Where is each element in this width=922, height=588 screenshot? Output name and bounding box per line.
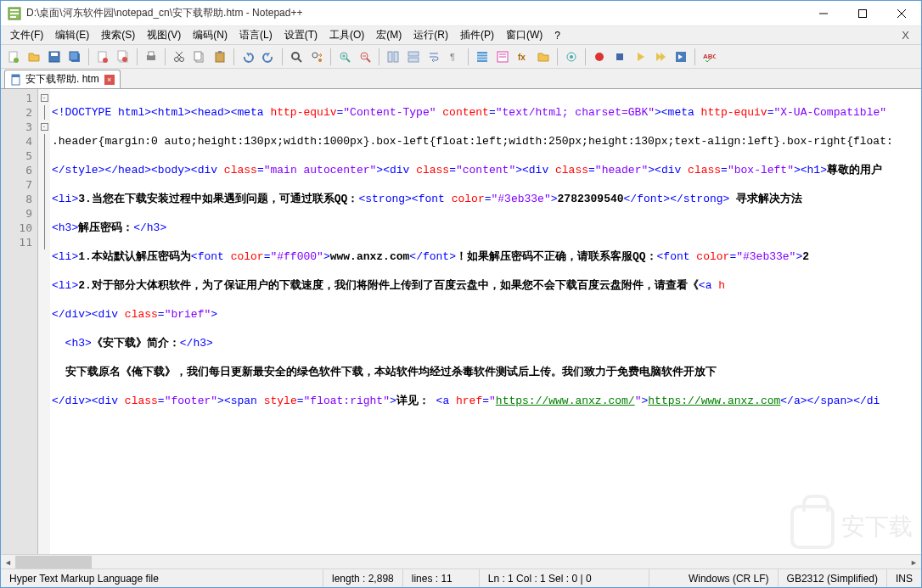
folder-button[interactable] bbox=[534, 48, 553, 66]
menu-edit[interactable]: 编辑(E) bbox=[49, 26, 95, 44]
status-encoding[interactable]: GB2312 (Simplified) bbox=[779, 569, 887, 587]
scroll-track[interactable] bbox=[15, 555, 907, 568]
toolbar: ¶ fx ABC bbox=[1, 45, 921, 69]
show-all-chars-button[interactable]: ¶ bbox=[445, 48, 464, 66]
func-list-button[interactable]: fx bbox=[514, 48, 532, 66]
status-eol[interactable]: Windows (CR LF) bbox=[680, 569, 779, 587]
svg-point-54 bbox=[570, 55, 573, 59]
wrap-button[interactable] bbox=[424, 48, 443, 66]
horizontal-scrollbar[interactable]: ◄ ► bbox=[1, 554, 921, 568]
fold-column[interactable]: - - bbox=[38, 89, 50, 554]
menu-view[interactable]: 视图(V) bbox=[141, 26, 187, 44]
stop-macro-button[interactable] bbox=[610, 48, 629, 66]
save-all-button[interactable] bbox=[65, 48, 84, 66]
svg-rect-1 bbox=[10, 9, 19, 11]
svg-point-22 bbox=[180, 57, 184, 61]
sync-h-button[interactable] bbox=[404, 48, 423, 66]
new-file-button[interactable] bbox=[4, 48, 23, 66]
close-all-button[interactable] bbox=[114, 48, 132, 66]
tab-label: 安下载帮助. htm bbox=[25, 72, 99, 87]
menu-run[interactable]: 运行(R) bbox=[408, 26, 454, 44]
menu-macro[interactable]: 宏(M) bbox=[370, 26, 408, 44]
line-number: 3 bbox=[3, 120, 32, 134]
zoom-out-button[interactable] bbox=[356, 48, 374, 66]
sync-v-button[interactable] bbox=[384, 48, 402, 66]
close-button[interactable] bbox=[882, 1, 921, 26]
svg-line-23 bbox=[177, 52, 183, 58]
replace-button[interactable] bbox=[307, 48, 326, 66]
paste-button[interactable] bbox=[211, 48, 229, 66]
toolbar-separator bbox=[468, 48, 469, 65]
tabbar: 安下载帮助. htm × bbox=[1, 69, 921, 89]
menu-window[interactable]: 窗口(W) bbox=[500, 26, 548, 44]
menu-tools[interactable]: 工具(O) bbox=[323, 26, 370, 44]
svg-point-9 bbox=[14, 58, 19, 63]
toolbar-separator bbox=[282, 48, 283, 65]
titlebar[interactable]: D:\桌面\河东软件园\notepad_cn\安下载帮助.htm - Notep… bbox=[1, 1, 921, 26]
line-number: 1 bbox=[3, 91, 32, 105]
play-multi-button[interactable] bbox=[651, 48, 670, 66]
svg-rect-11 bbox=[51, 53, 58, 56]
fold-line bbox=[44, 235, 45, 249]
line-number: 10 bbox=[3, 221, 32, 235]
svg-rect-2 bbox=[10, 13, 19, 14]
menu-plugins[interactable]: 插件(P) bbox=[454, 26, 500, 44]
svg-rect-5 bbox=[859, 9, 867, 17]
menu-encoding[interactable]: 编码(N) bbox=[187, 26, 233, 44]
toolbar-separator bbox=[585, 48, 586, 65]
find-button[interactable] bbox=[287, 48, 306, 66]
save-macro-button[interactable] bbox=[672, 48, 690, 66]
zoom-in-button[interactable] bbox=[335, 48, 354, 66]
close-file-button[interactable] bbox=[93, 48, 112, 66]
scroll-thumb[interactable] bbox=[15, 556, 92, 568]
fold-line bbox=[44, 177, 45, 192]
svg-point-29 bbox=[292, 53, 299, 59]
svg-rect-3 bbox=[10, 16, 16, 18]
menu-settings[interactable]: 设置(T) bbox=[278, 26, 323, 44]
cut-button[interactable] bbox=[170, 48, 188, 66]
menu-file[interactable]: 文件(F) bbox=[4, 26, 49, 44]
status-insert-mode[interactable]: INS bbox=[887, 569, 921, 587]
svg-rect-42 bbox=[408, 52, 419, 56]
menu-help[interactable]: ? bbox=[548, 28, 566, 43]
menu-search[interactable]: 搜索(S) bbox=[95, 26, 141, 44]
scroll-right-arrow[interactable]: ► bbox=[907, 555, 921, 569]
fold-line bbox=[44, 221, 45, 235]
scroll-left-arrow[interactable]: ◄ bbox=[1, 555, 15, 569]
svg-rect-40 bbox=[388, 52, 392, 62]
status-length: length : 2,898 bbox=[323, 569, 403, 587]
fold-toggle[interactable]: - bbox=[41, 123, 48, 131]
lang-button[interactable] bbox=[493, 48, 512, 66]
toolbar-separator bbox=[330, 48, 331, 65]
play-macro-button[interactable] bbox=[631, 48, 649, 66]
copy-button[interactable] bbox=[190, 48, 209, 66]
menu-language[interactable]: 语言(L) bbox=[233, 26, 278, 44]
svg-text:fx: fx bbox=[518, 53, 526, 62]
tab-document[interactable]: 安下载帮助. htm × bbox=[4, 70, 121, 88]
editor[interactable]: 1 2 3 4 5 6 7 8 9 10 11 - - <!DOCTYPE ht… bbox=[1, 89, 921, 554]
record-macro-button[interactable] bbox=[590, 48, 609, 66]
app-icon bbox=[8, 7, 21, 20]
window-title: D:\桌面\河东软件园\notepad_cn\安下载帮助.htm - Notep… bbox=[26, 6, 804, 20]
open-file-button[interactable] bbox=[25, 48, 43, 66]
svg-line-24 bbox=[176, 52, 182, 58]
code-area[interactable]: <!DOCTYPE html><html><head><meta http-eq… bbox=[50, 89, 921, 554]
maximize-button[interactable] bbox=[843, 1, 882, 26]
minimize-button[interactable] bbox=[804, 1, 843, 26]
line-number: 5 bbox=[3, 148, 32, 163]
fold-line bbox=[44, 134, 45, 148]
undo-button[interactable] bbox=[239, 48, 257, 66]
line-number: 2 bbox=[3, 105, 32, 120]
indent-guide-button[interactable] bbox=[473, 48, 492, 66]
monitor-button[interactable] bbox=[562, 48, 581, 66]
menubar-x-icon[interactable]: X bbox=[893, 29, 918, 42]
fold-toggle[interactable]: - bbox=[41, 94, 48, 102]
fold-line bbox=[44, 206, 45, 221]
svg-rect-43 bbox=[408, 58, 419, 62]
save-button[interactable] bbox=[45, 48, 64, 66]
svg-rect-60 bbox=[12, 75, 20, 77]
print-button[interactable] bbox=[142, 48, 160, 66]
redo-button[interactable] bbox=[259, 48, 278, 66]
spellcheck-button[interactable]: ABC bbox=[700, 48, 718, 66]
tab-close-icon[interactable]: × bbox=[104, 75, 115, 85]
